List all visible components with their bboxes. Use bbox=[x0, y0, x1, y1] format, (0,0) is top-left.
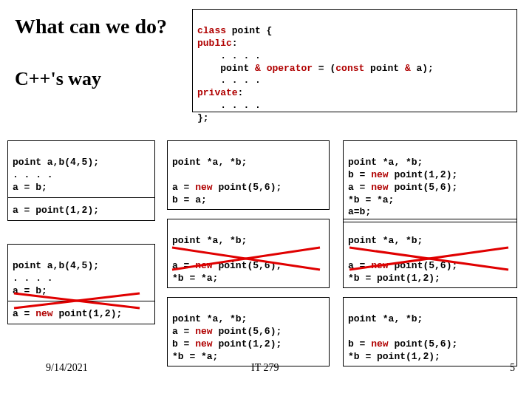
mid-code-3: point *a, *b; a = new point(5,6); b = ne… bbox=[167, 297, 330, 366]
footer-date: 9/14/2021 bbox=[46, 362, 88, 374]
code-line: }; bbox=[197, 112, 209, 123]
footer-center: IT 279 bbox=[251, 362, 279, 374]
code-line: class point { bbox=[197, 25, 272, 36]
code-block: point a,b(4,5); . . . . a = b; bbox=[13, 157, 99, 193]
code-line: a = new point(5,6); bbox=[172, 260, 282, 271]
code-line: a = new point(5,6); bbox=[172, 326, 282, 337]
code-line: *b = *a; bbox=[348, 194, 394, 205]
code-line: *b = point(1,2); bbox=[348, 351, 440, 362]
page-subtitle: C++'s way bbox=[15, 68, 101, 90]
code-line: b = new point(5,6); bbox=[348, 338, 457, 349]
code-line: . . . . bbox=[197, 50, 261, 61]
mid-code-1: point *a, *b; a = new point(5,6); b = a; bbox=[167, 140, 330, 210]
code-line bbox=[348, 248, 354, 259]
code-line: point *a, *b; bbox=[172, 157, 247, 168]
code-line bbox=[348, 326, 354, 337]
code-line: a = new point(5,6); bbox=[172, 182, 282, 193]
page-title: What can we do? bbox=[15, 15, 167, 38]
code-line: *b = *a; bbox=[172, 273, 218, 284]
class-definition-box: class point { public: . . . . point & op… bbox=[192, 9, 517, 112]
code-line: point *a, *b; bbox=[172, 235, 247, 246]
code-line: *b = point(1,2); bbox=[348, 273, 440, 284]
code-line: *b = *a; bbox=[172, 351, 218, 362]
code-line: a = new point(5,6); bbox=[348, 182, 457, 193]
code-line bbox=[172, 169, 178, 180]
right-code-1: point *a, *b; b = new point(1,2); a = ne… bbox=[343, 140, 517, 222]
left-code-2b: a = new point(1,2); bbox=[7, 293, 155, 324]
code-line: b = a; bbox=[172, 194, 207, 205]
left-code-1b: a = point(1,2); bbox=[7, 189, 155, 221]
right-code-2: point *a, *b; a = new point(5,6); *b = p… bbox=[343, 219, 517, 288]
code-line: point *a, *b; bbox=[348, 313, 423, 324]
code-line: point *a, *b; bbox=[348, 235, 423, 246]
code-line: a = new point(5,6); bbox=[348, 260, 457, 271]
code-line: . . . . bbox=[197, 75, 261, 86]
code-block: point a,b(4,5); . . . . a = b; bbox=[13, 260, 99, 296]
code-line: public: bbox=[197, 38, 238, 49]
code-line bbox=[172, 248, 178, 259]
code-block: a = point(1,2); bbox=[13, 205, 99, 216]
right-code-3: point *a, *b; b = new point(5,6); *b = p… bbox=[343, 297, 517, 366]
mid-code-2: point *a, *b; a = new point(5,6); *b = *… bbox=[167, 219, 330, 288]
code-line: a=b; bbox=[348, 206, 371, 217]
code-line: private: bbox=[197, 87, 243, 98]
code-line: a = new point(1,2); bbox=[13, 308, 122, 319]
footer-page-number: 5 bbox=[510, 362, 515, 374]
code-line: b = new point(1,2); bbox=[348, 169, 457, 180]
code-line: . . . . bbox=[197, 100, 261, 111]
code-line: point *a, *b; bbox=[172, 313, 247, 324]
code-line: point *a, *b; bbox=[348, 157, 423, 168]
code-line: point & operator = (const point & a); bbox=[197, 63, 434, 74]
code-line: b = new point(1,2); bbox=[172, 338, 282, 349]
